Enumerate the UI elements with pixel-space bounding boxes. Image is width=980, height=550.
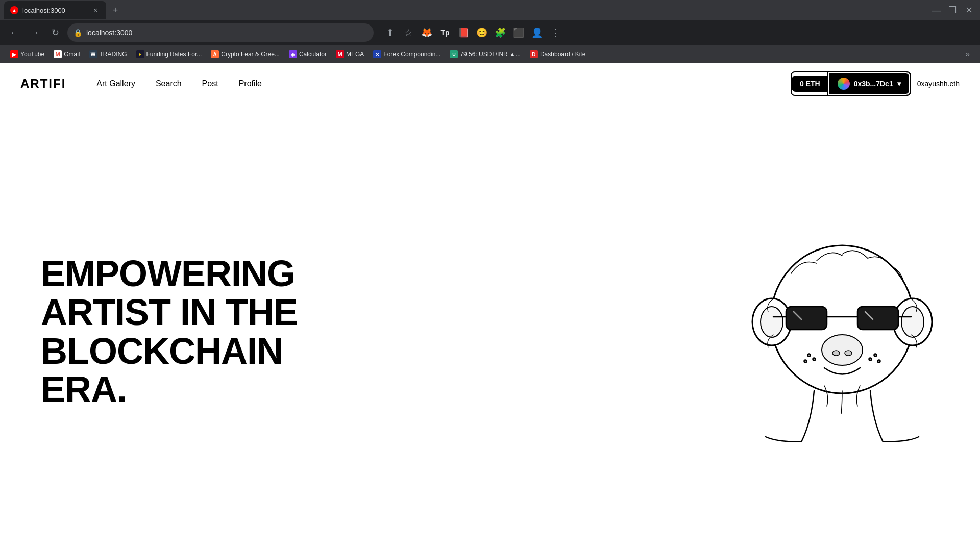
hero-line-1: EMPOWERING	[41, 253, 295, 294]
maximize-button[interactable]: ❐	[945, 3, 960, 17]
hero-line-4: ERA.	[41, 369, 127, 410]
share-button[interactable]: ⬆	[382, 24, 398, 41]
bookmarks-overflow-button[interactable]: »	[961, 47, 974, 61]
emoji-button[interactable]: 😊	[474, 24, 490, 41]
svg-point-17	[804, 360, 807, 362]
svg-point-19	[869, 358, 872, 360]
bookmark-usdt[interactable]: U 79.56: USDT/INR ▲...	[446, 48, 525, 60]
bookmark-button[interactable]: ☆	[400, 24, 416, 41]
svg-point-4	[901, 307, 924, 337]
bookmark-dashboard[interactable]: D Dashboard / Kite	[526, 48, 590, 60]
tp-extension-button[interactable]: Tp	[437, 24, 453, 41]
tab-close-button[interactable]: ×	[91, 6, 100, 15]
bookmark-funding[interactable]: F Funding Rates For...	[132, 48, 206, 60]
minimize-button[interactable]: —	[929, 3, 943, 17]
hero-ape-image	[735, 222, 949, 442]
bookmarks-bar: ▶ YouTube M Gmail W TRADING F Funding Ra…	[0, 45, 980, 63]
dashboard-favicon: D	[530, 50, 538, 58]
usdt-favicon: U	[450, 50, 458, 58]
bookmark-trading[interactable]: W TRADING	[85, 48, 131, 60]
fox-extension-button[interactable]: 🦊	[419, 24, 435, 41]
svg-point-18	[874, 354, 877, 356]
address-text: localhost:3000	[86, 29, 132, 37]
tab-title: localhost:3000	[22, 7, 87, 14]
wallet-address-text: 0x3b...7Dc1	[854, 80, 893, 88]
mega-favicon: M	[336, 50, 344, 58]
hero-text: EMPOWERING ARTIST IN THE BLOCKCHAIN ERA.	[41, 255, 347, 409]
funding-favicon: F	[136, 50, 144, 58]
nav-search[interactable]: Search	[156, 79, 182, 88]
window-controls: — ❐ ✕	[929, 3, 976, 17]
profile-button[interactable]: 👤	[529, 24, 545, 41]
bookmark-calculator[interactable]: ◈ Calculator	[285, 48, 331, 60]
bookmark-usdt-label: 79.56: USDT/INR ▲...	[460, 51, 521, 58]
calc-favicon: ◈	[289, 50, 297, 58]
wallet-button[interactable]: 0 ETH 0x3b...7Dc1 ▾	[791, 71, 911, 96]
svg-point-12	[822, 335, 863, 365]
app-logo: ARTIFI	[20, 77, 66, 91]
wallet-chevron-icon: ▾	[897, 80, 901, 88]
svg-point-13	[832, 351, 840, 356]
bookmark-gmail[interactable]: M Gmail	[50, 48, 84, 60]
wallet-avatar-icon	[838, 78, 850, 90]
forex-favicon: ✕	[373, 50, 381, 58]
hero-headline: EMPOWERING ARTIST IN THE BLOCKCHAIN ERA.	[41, 255, 347, 409]
app-nav-links: Art Gallery Search Post Profile	[96, 79, 262, 88]
new-tab-button[interactable]: +	[108, 3, 122, 17]
hero-line-3: BLOCKCHAIN	[41, 331, 283, 371]
crypto-favicon: A	[211, 50, 219, 58]
gmail-favicon: M	[54, 50, 62, 58]
tab-favicon: ▲	[10, 6, 18, 14]
nav-post[interactable]: Post	[202, 79, 218, 88]
bookmark-mega[interactable]: M MEGA	[332, 48, 368, 60]
hero-section: EMPOWERING ARTIST IN THE BLOCKCHAIN ERA.	[0, 104, 980, 550]
bookmark-mega-label: MEGA	[346, 51, 364, 58]
app-content: ARTIFI Art Gallery Search Post Profile 0…	[0, 63, 980, 550]
hero-line-2: ARTIST IN THE	[41, 292, 298, 333]
svg-point-20	[878, 360, 880, 362]
svg-rect-5	[786, 307, 827, 330]
active-tab[interactable]: ▲ localhost:3000 ×	[4, 1, 106, 19]
nav-profile[interactable]: Profile	[239, 79, 262, 88]
forward-button[interactable]: →	[27, 24, 43, 41]
bookmark-youtube-label: YouTube	[20, 51, 44, 58]
bookmark-forex[interactable]: ✕ Forex Compoundin...	[369, 48, 445, 60]
browser-chrome: ▲ localhost:3000 × + — ❐ ✕ ← → ↻ 🔒 local…	[0, 0, 980, 63]
nav-actions: ⬆ ☆ 🦊 Tp 📕 😊 🧩 ⬛ 👤 ⋮	[382, 24, 564, 41]
bookmark-calc-label: Calculator	[299, 51, 327, 58]
svg-point-14	[845, 351, 852, 356]
bookmark-funding-label: Funding Rates For...	[146, 51, 202, 58]
bookmark-gmail-label: Gmail	[64, 51, 80, 58]
nav-art-gallery[interactable]: Art Gallery	[96, 79, 135, 88]
puzzle-button[interactable]: 🧩	[492, 24, 508, 41]
svg-point-2	[761, 307, 783, 337]
bookmark-dashboard-label: Dashboard / Kite	[540, 51, 585, 58]
browser-title-bar: ▲ localhost:3000 × + — ❐ ✕	[0, 0, 980, 20]
svg-point-16	[813, 358, 816, 360]
close-window-button[interactable]: ✕	[962, 3, 976, 17]
bookmark-forex-label: Forex Compoundin...	[383, 51, 440, 58]
youtube-favicon: ▶	[10, 50, 18, 58]
bookmark-crypto-label: Crypto Fear & Gree...	[221, 51, 280, 58]
refresh-button[interactable]: ↻	[47, 24, 63, 41]
menu-button[interactable]: ⋮	[547, 24, 564, 41]
split-view-button[interactable]: ⬛	[510, 24, 527, 41]
browser-nav-bar: ← → ↻ 🔒 localhost:3000 ⬆ ☆ 🦊 Tp 📕 😊 🧩 ⬛ …	[0, 20, 980, 45]
bookmark-youtube[interactable]: ▶ YouTube	[6, 48, 48, 60]
back-button[interactable]: ←	[6, 24, 22, 41]
wallet-section: 0 ETH 0x3b...7Dc1 ▾ 0xayushh.eth	[791, 71, 960, 96]
bookmark-trading-label: TRADING	[100, 51, 127, 58]
svg-rect-6	[857, 307, 898, 330]
eth-balance: 0 ETH	[792, 76, 828, 92]
pocket-button[interactable]: 📕	[455, 24, 472, 41]
lock-icon: 🔒	[74, 29, 82, 37]
bookmark-crypto[interactable]: A Crypto Fear & Gree...	[207, 48, 284, 60]
ens-name: 0xayushh.eth	[917, 80, 960, 88]
app-navbar: ARTIFI Art Gallery Search Post Profile 0…	[0, 63, 980, 104]
wallet-address-button[interactable]: 0x3b...7Dc1 ▾	[828, 72, 910, 95]
address-bar[interactable]: 🔒 localhost:3000	[67, 23, 374, 42]
svg-point-15	[808, 354, 811, 356]
trading-favicon: W	[89, 50, 97, 58]
